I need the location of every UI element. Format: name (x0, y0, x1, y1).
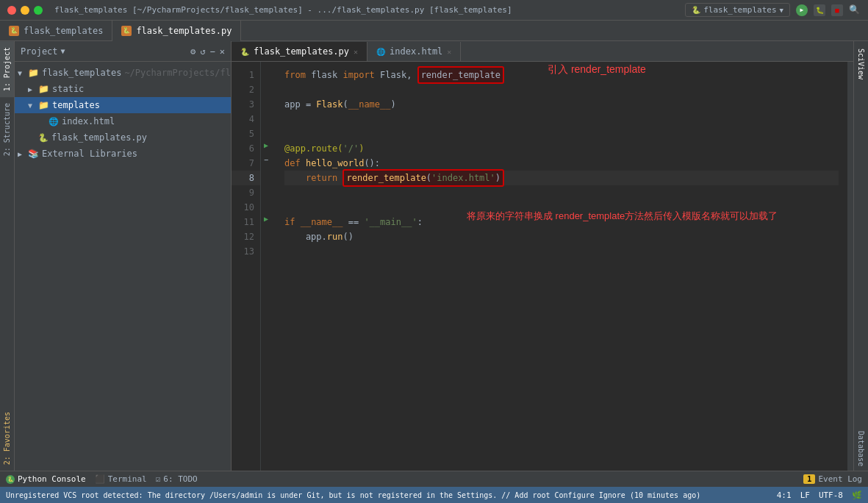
code-line-11: if __name__ == '__main__': (284, 215, 839, 229)
code-line-5 (284, 126, 839, 141)
sciview-tab[interactable]: SciView (856, 44, 867, 84)
line-num-9: 9 (232, 185, 260, 200)
line-num-13: 13 (232, 244, 260, 259)
fold-line-8-icon[interactable]: − (264, 156, 268, 164)
flask-templates-py-label: flask_templates.py (51, 132, 147, 143)
line-num-3: 3 (232, 97, 260, 112)
sidebar-item-favorites[interactable]: 2: Favorites (0, 406, 14, 471)
decorator-at: @app.route( (284, 141, 342, 156)
kw-def: def (284, 156, 306, 171)
tree-flask-templates-py[interactable]: 🐍 flask_templates.py (15, 129, 231, 146)
maximize-button[interactable] (34, 6, 43, 15)
tree-index-html[interactable]: 🌐 index.html (15, 113, 231, 129)
editor-tab-index-html[interactable]: 🌐 index.html ✕ (367, 42, 461, 61)
py-tab-icon: 🐍 (240, 48, 249, 56)
dunder-name-2: __name__ (301, 215, 343, 229)
tab-flask-templates-py[interactable]: 🐍 flask_templates.py (112, 21, 241, 41)
debug-button[interactable]: 🐛 (814, 4, 825, 16)
route-str: '/' (342, 141, 359, 156)
git-branch: 🌿 (852, 490, 862, 500)
minimize-button[interactable] (21, 6, 29, 15)
fn-hello-world: hello_world (306, 156, 364, 171)
sync-icon[interactable]: ↺ (200, 46, 205, 57)
python-console-label: Python Console (18, 474, 86, 484)
tree-root[interactable]: ▼ 📁 flask_templates ~/PycharmProjects/fl… (15, 65, 231, 81)
database-tab[interactable]: Database (856, 427, 867, 471)
fn-parens: (): (364, 156, 380, 171)
fn-run: run (327, 229, 343, 244)
line-num-11: 11 (232, 215, 260, 229)
code-line-8: return render_template('index.html') (284, 171, 839, 185)
close-panel-icon[interactable]: ✕ (220, 46, 225, 57)
left-side-panel: 1: Project 2: Structure 2: Favorites (0, 41, 15, 471)
terminal-icon: ⬛ (95, 474, 105, 484)
line-num-8: 8 (232, 171, 260, 185)
root-name: flask_templates (42, 68, 121, 78)
run-line-7-icon[interactable]: ▶ (264, 141, 268, 149)
tab-flask-templates-project[interactable]: 🐍 flask_templates (0, 21, 112, 41)
code-line-12: app.run() (284, 229, 839, 244)
editor-tabs: 🐍 flask_templates.py ✕ 🌐 index.html ✕ (232, 41, 853, 62)
code-line-2 (284, 82, 839, 97)
editor-tab-flask-templates-py[interactable]: 🐍 flask_templates.py ✕ (232, 42, 367, 61)
sidebar-item-structure[interactable]: 2: Structure (0, 97, 14, 162)
paren1: ( (342, 97, 348, 112)
terminal-tab[interactable]: ⬛ Terminal (95, 474, 147, 484)
main-area: 1: Project 2: Structure 2: Favorites Pro… (0, 41, 868, 471)
py-tab-close[interactable]: ✕ (354, 48, 358, 56)
code-content[interactable]: from flask import Flask, render_template… (276, 62, 847, 471)
title-text: flask_templates [~/PycharmProjects/flask… (54, 5, 512, 15)
todo-tab[interactable]: ☑ 6: TODO (156, 474, 198, 484)
kw-return: return (306, 171, 343, 185)
status-right: 4:1 LF UTF-8 🌿 (777, 490, 862, 500)
index-html-label: index.html (62, 116, 115, 126)
settings-icon[interactable]: ⚙ (190, 46, 196, 57)
templates-label: templates (52, 100, 100, 110)
traffic-lights (7, 6, 43, 15)
project-tab-label: flask_templates (24, 26, 103, 36)
event-log-badge: 1 (803, 474, 815, 484)
project-dropdown-arrow[interactable]: ▼ (61, 47, 65, 55)
templates-arrow: ▼ (28, 101, 38, 110)
static-folder-icon: 📁 (38, 84, 49, 94)
ext-arrow: ▶ (18, 150, 28, 158)
close-button[interactable] (7, 6, 16, 15)
run-config-selector[interactable]: 🐍 flask_templates ▼ (685, 3, 790, 17)
vertical-scrollbar[interactable] (847, 62, 853, 471)
tree-external-libs[interactable]: ▶ 📚 External Libraries (15, 146, 231, 162)
decorator-close: ) (359, 141, 364, 156)
html-file-icon: 🌐 (49, 117, 59, 126)
code-line-13 (284, 244, 839, 259)
run-button[interactable]: ▶ (796, 4, 808, 16)
root-arrow: ▼ (18, 69, 28, 77)
stop-button[interactable]: ■ (831, 4, 843, 16)
project-panel-header: Project ▼ ⚙ ↺ − ✕ (15, 41, 231, 62)
search-icon[interactable]: 🔍 (849, 4, 861, 16)
file-tree: ▼ 📁 flask_templates ~/PycharmProjects/fl… (15, 62, 231, 471)
static-arrow: ▶ (28, 85, 38, 93)
static-label: static (52, 84, 84, 94)
external-libs-label: External Libraries (42, 149, 137, 159)
dunder-name: __name__ (348, 97, 391, 112)
code-editor: 1 2 3 4 5 6 7 8 9 10 11 12 13 ▶ ▶ − (232, 62, 853, 471)
app-var: app = (284, 97, 316, 112)
tree-static[interactable]: ▶ 📁 static (15, 81, 231, 97)
event-log-tab[interactable]: 1 Event Log (803, 474, 862, 484)
html-tab-close[interactable]: ✕ (447, 48, 451, 56)
html-tab-icon: 🌐 (376, 48, 385, 56)
project-header-left: Project ▼ (21, 46, 65, 57)
file-tab-label: flask_templates.py (136, 26, 232, 36)
line-num-1: 1 (232, 68, 260, 82)
code-line-6: @app.route('/') (284, 141, 839, 156)
line-num-2: 2 (232, 82, 260, 97)
python-console-tab[interactable]: 🐍 Python Console (6, 474, 86, 484)
tree-templates[interactable]: ▼ 📁 templates (15, 97, 231, 113)
run-line-11-icon[interactable]: ▶ (264, 215, 268, 223)
cursor-position: 4:1 (777, 490, 792, 500)
line-num-10: 10 (232, 200, 260, 215)
sidebar-item-project[interactable]: 1: Project (0, 41, 14, 97)
collapse-icon[interactable]: − (210, 46, 215, 57)
status-bar: Unregistered VCS root detected: The dire… (0, 487, 868, 503)
root-folder-icon: 📁 (28, 68, 39, 78)
line-num-12: 12 (232, 229, 260, 244)
